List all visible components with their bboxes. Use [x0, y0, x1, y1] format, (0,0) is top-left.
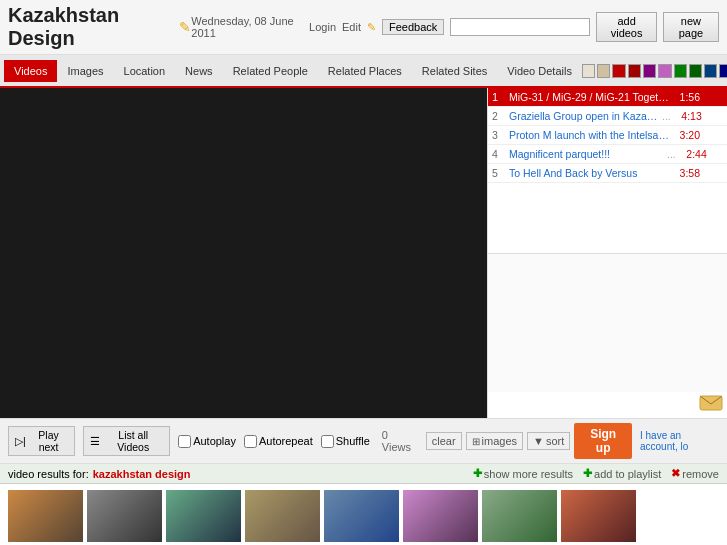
feedback-button[interactable]: Feedback [382, 19, 444, 35]
controls-right: clear ⊞ images ▼ sort Sign up I have an … [426, 423, 719, 459]
color-swatch[interactable] [597, 64, 610, 78]
main-content: 1 MiG-31 / MiG-29 / MiG-21 Together | Po… [0, 88, 727, 418]
comment-input[interactable] [488, 254, 727, 393]
thumb-image [8, 490, 83, 542]
tab-related-sites[interactable]: Related Sites [412, 60, 497, 82]
thumb-image [324, 490, 399, 542]
playlist-item[interactable]: 3 Proton M launch with the Intelsat 16 s… [488, 126, 727, 145]
playlist-title: Proton M launch with the Intelsat 16 sat… [509, 129, 669, 141]
add-videos-button[interactable]: add videos [596, 12, 657, 42]
color-swatch[interactable] [628, 64, 641, 78]
tab-related-people[interactable]: Related People [223, 60, 318, 82]
thumbnail-item[interactable]: Alcatel Lucent deploy IP/MPLS 1:13 [324, 490, 399, 545]
thumb-image [245, 490, 320, 542]
video-player[interactable] [0, 88, 487, 418]
thumbnail-item[interactable]: concept car kazakhstan to 3:07 [8, 490, 83, 545]
playlist-title: To Hell And Back by Versus [509, 167, 669, 179]
search-input[interactable] [450, 18, 590, 36]
shuffle-checkbox-label[interactable]: Shuffle [321, 435, 370, 448]
send-button[interactable] [695, 392, 727, 418]
autorepeat-checkbox-label[interactable]: Autorepeat [244, 435, 313, 448]
sort-button[interactable]: ▼ sort [527, 432, 570, 450]
plus-icon-2: ✚ [583, 467, 592, 480]
tab-news[interactable]: News [175, 60, 223, 82]
search-prefix: video results for: [8, 468, 89, 480]
date-display: Wednesday, 08 June 2011 [191, 15, 295, 39]
account-link[interactable]: I have an account, lo [640, 430, 719, 452]
search-query-text: kazakhstan design [93, 468, 191, 480]
playlist-title: Magnificent parquet!!! [509, 148, 664, 160]
images-icon: ⊞ [472, 436, 480, 447]
thumb-image [482, 490, 557, 542]
views-count: 0 Views [382, 429, 418, 453]
header-right: Wednesday, 08 June 2011 Login Edit ✎ Fee… [191, 12, 719, 42]
thumbnail-item[interactable]: Homedeco and Unistyle 9:50 [403, 490, 478, 545]
playlist: 1 MiG-31 / MiG-29 / MiG-21 Together | Po… [488, 88, 727, 253]
autorepeat-checkbox[interactable] [244, 435, 257, 448]
thumb-image [403, 490, 478, 542]
add-playlist-button[interactable]: ✚ add to playlist [583, 467, 661, 480]
controls-bar: ▷| Play next ☰ List all Videos Autoplay … [0, 418, 727, 464]
autoplay-checkbox-label[interactable]: Autoplay [178, 435, 236, 448]
send-icon [699, 394, 723, 414]
show-more-button[interactable]: ✚ show more results [473, 467, 573, 480]
play-next-button[interactable]: ▷| Play next [8, 426, 75, 456]
color-palette: ⬆ upload ◀◀ ▶ ▶▶ [582, 55, 727, 86]
tab-video-details[interactable]: Video Details [497, 60, 582, 82]
images-button[interactable]: ⊞ images [466, 432, 523, 450]
thumb-image [87, 490, 162, 542]
tab-location[interactable]: Location [114, 60, 176, 82]
sort-icon: ▼ [533, 435, 544, 447]
search-results-bar: video results for: kazakhstan design ✚ s… [0, 464, 727, 484]
remove-button[interactable]: ✖ remove [671, 467, 719, 480]
color-swatch[interactable] [612, 64, 625, 78]
header-left: Kazakhstan Design ✎ [8, 4, 191, 50]
color-swatch[interactable] [582, 64, 595, 78]
page-title: Kazakhstan Design [8, 4, 175, 50]
autoplay-checkbox[interactable] [178, 435, 191, 448]
plus-icon: ✚ [473, 467, 482, 480]
right-panel: 1 MiG-31 / MiG-29 / MiG-21 Together | Po… [487, 88, 727, 418]
nav-bar: Videos Images Location News Related Peop… [0, 55, 727, 88]
list-all-videos-button[interactable]: ☰ List all Videos [83, 426, 170, 456]
color-swatch[interactable] [643, 64, 656, 78]
edit-pencil-icon[interactable]: ✎ [179, 19, 191, 35]
pencil-icon: ✎ [367, 21, 376, 34]
thumbnails-bar: concept car kazakhstan to 3:07 Hannah me… [0, 484, 727, 545]
play-next-icon: ▷| [15, 435, 26, 447]
playlist-title: MiG-31 / MiG-29 / MiG-21 Together | Po..… [509, 91, 669, 103]
tab-videos[interactable]: Videos [4, 60, 57, 82]
playlist-item[interactable]: 1 MiG-31 / MiG-29 / MiG-21 Together | Po… [488, 88, 727, 107]
thumbnail-item[interactable]: Progettazione e misure per bici 4:28 [561, 490, 636, 545]
thumbnail-item[interactable]: Hannah meets Borat at the 1:58 [87, 490, 162, 545]
results-actions: ✚ show more results ✚ add to playlist ✖ … [473, 467, 719, 480]
playlist-item[interactable]: 2 Graziella Group open in Kazakhstan ...… [488, 107, 727, 126]
playlist-item[interactable]: 4 Magnificent parquet!!! ... 2:44 [488, 145, 727, 164]
header: Kazakhstan Design ✎ Wednesday, 08 June 2… [0, 0, 727, 55]
clear-button[interactable]: clear [426, 432, 462, 450]
color-swatch[interactable] [704, 64, 717, 78]
color-swatch[interactable] [689, 64, 702, 78]
edit-link[interactable]: Edit [342, 21, 361, 33]
signup-button[interactable]: Sign up [574, 423, 632, 459]
comment-section [488, 253, 727, 419]
playlist-item[interactable]: 5 To Hell And Back by Versus 3:58 [488, 164, 727, 183]
x-icon: ✖ [671, 467, 680, 480]
playlist-title: Graziella Group open in Kazakhstan [509, 110, 659, 122]
thumbnail-item[interactable]: "PRS" "Neoweb" Road through 1:23 [245, 490, 320, 545]
new-page-button[interactable]: new page [663, 12, 719, 42]
thumb-image [166, 490, 241, 542]
color-swatch[interactable] [658, 64, 671, 78]
tab-images[interactable]: Images [57, 60, 113, 82]
shuffle-checkbox[interactable] [321, 435, 334, 448]
color-swatch[interactable] [674, 64, 687, 78]
list-icon: ☰ [90, 435, 100, 447]
color-swatch[interactable] [719, 64, 727, 78]
thumb-image [561, 490, 636, 542]
thumbnail-item[interactable]: Alcatel Lucent deploy IP/MPLS 1:41 [482, 490, 557, 545]
login-link[interactable]: Login [309, 21, 336, 33]
thumbnail-item[interactable]: Тинеужан Батанов (in 5:12 [166, 490, 241, 545]
tab-related-places[interactable]: Related Places [318, 60, 412, 82]
